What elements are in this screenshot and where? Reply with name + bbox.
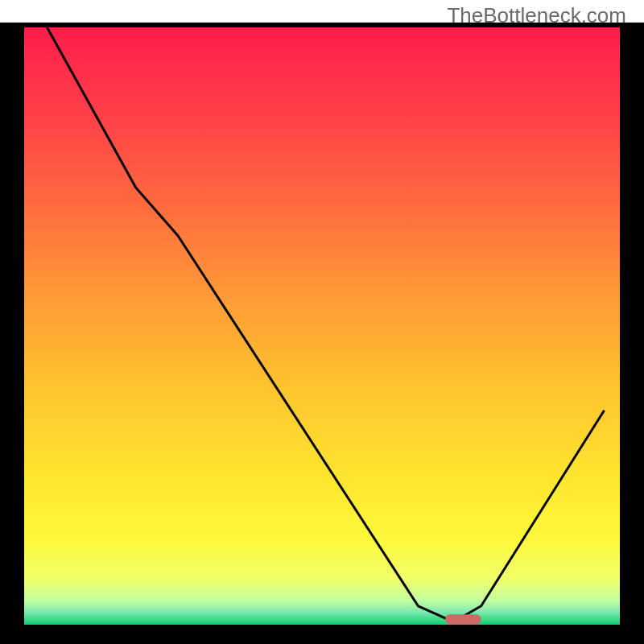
watermark-text: TheBottleneck.com — [447, 3, 626, 28]
bottleneck-chart — [0, 0, 644, 644]
optimal-marker — [445, 614, 481, 624]
outer-border-right — [622, 23, 644, 644]
chart-background — [22, 25, 622, 627]
outer-border-left — [0, 23, 22, 644]
chart-container: TheBottleneck.com — [0, 0, 644, 644]
outer-border-bottom — [0, 627, 644, 644]
